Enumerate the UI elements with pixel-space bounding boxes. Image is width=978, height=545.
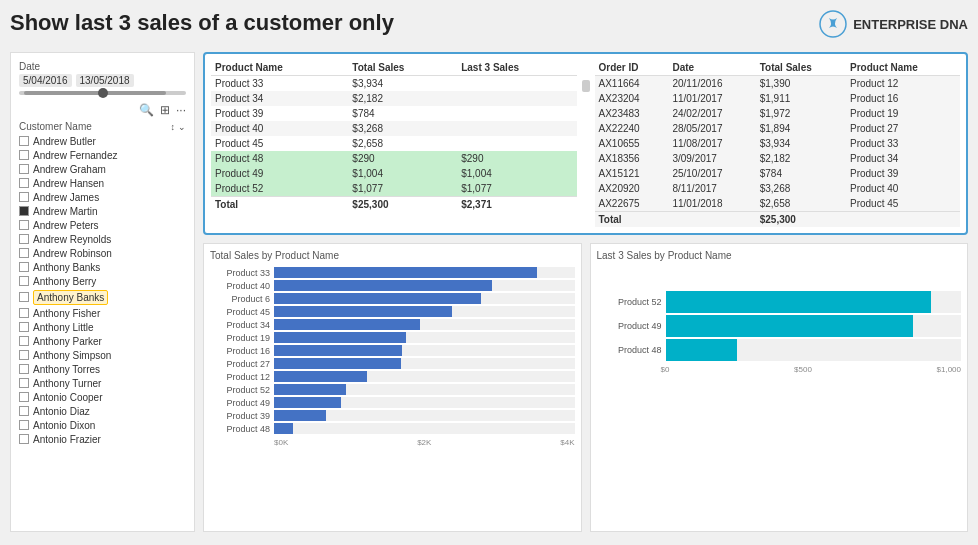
total-sales-cell: $2,182: [756, 151, 846, 166]
customer-checkbox[interactable]: [19, 276, 29, 286]
bar-fill: [274, 358, 401, 369]
date-cell: 24/02/2017: [668, 106, 755, 121]
total-sales-cell: $2,182: [348, 91, 457, 106]
product-name-cell: Product 19: [846, 106, 960, 121]
customer-item[interactable]: Antonio Cooper: [19, 390, 186, 404]
page-title: Show last 3 sales of a customer only: [10, 10, 394, 36]
customer-name: Anthony Fisher: [33, 308, 100, 319]
product-sales-table: Product Name Total Sales Last 3 Sales Pr…: [211, 60, 577, 212]
table-row: Product 48 $290 $290: [211, 151, 577, 166]
customer-sort-icon[interactable]: ↕: [171, 122, 176, 132]
customer-checkbox[interactable]: [19, 206, 29, 216]
table-scrollbar[interactable]: [581, 60, 591, 227]
bar-label: Product 19: [210, 333, 270, 343]
total-sales-cell: $3,934: [348, 76, 457, 92]
total-row: Total $25,300 $2,371: [211, 197, 577, 213]
customer-checkbox[interactable]: [19, 364, 29, 374]
customer-checkbox[interactable]: [19, 392, 29, 402]
order-id-cell: AX23483: [595, 106, 669, 121]
bar-container: [274, 319, 575, 330]
product-name-cell: Product 16: [846, 91, 960, 106]
customer-item[interactable]: Andrew Butler: [19, 134, 186, 148]
customer-item[interactable]: Anthony Torres: [19, 362, 186, 376]
table-row: AX15121 25/10/2017 $784 Product 39: [595, 166, 961, 181]
customer-item[interactable]: Andrew James: [19, 190, 186, 204]
customer-name: Antonio Dixon: [33, 420, 95, 431]
axis-2k: $2K: [417, 438, 431, 447]
customer-checkbox[interactable]: [19, 164, 29, 174]
customer-item[interactable]: Andrew Robinson: [19, 246, 186, 260]
customer-checkbox[interactable]: [19, 292, 29, 302]
customer-item[interactable]: Andrew Martin: [19, 204, 186, 218]
col-order-id: Order ID: [595, 60, 669, 76]
bar-label: Product 40: [210, 281, 270, 291]
table-row: AX10655 11/08/2017 $3,934 Product 33: [595, 136, 961, 151]
last3-sales-cell: $1,004: [457, 166, 576, 181]
customer-item[interactable]: Anthony Banks: [19, 260, 186, 274]
customer-item[interactable]: Andrew Reynolds: [19, 232, 186, 246]
customer-checkbox[interactable]: [19, 220, 29, 230]
customer-item[interactable]: Antonio Diaz: [19, 404, 186, 418]
total-label: Total: [211, 197, 348, 213]
last3-sales-cell: [457, 136, 576, 151]
customer-item[interactable]: Antonio Dixon: [19, 418, 186, 432]
bar-label: Product 39: [210, 411, 270, 421]
table-row: AX23204 11/01/2017 $1,911 Product 16: [595, 91, 961, 106]
more-icon[interactable]: ···: [176, 103, 186, 117]
customer-checkbox[interactable]: [19, 192, 29, 202]
total-value: $25,300: [348, 197, 457, 213]
bar-container: [274, 384, 575, 395]
search-icon[interactable]: 🔍: [139, 103, 154, 117]
col-product-name-2: Product Name: [846, 60, 960, 76]
customer-item[interactable]: Anthony Berry: [19, 274, 186, 288]
customer-item[interactable]: Anthony Parker: [19, 334, 186, 348]
customer-checkbox[interactable]: [19, 420, 29, 430]
product-name-cell: Product 27: [846, 121, 960, 136]
bar-fill: [274, 371, 367, 382]
bar-container: [274, 371, 575, 382]
date-end: 13/05/2018: [76, 74, 134, 87]
customer-item[interactable]: Anthony Simpson: [19, 348, 186, 362]
date-start: 5/04/2016: [19, 74, 72, 87]
customer-checkbox[interactable]: [19, 378, 29, 388]
product-name-cell: Product 39: [211, 106, 348, 121]
customer-checkbox[interactable]: [19, 150, 29, 160]
customer-item[interactable]: Anthony Little: [19, 320, 186, 334]
customer-item[interactable]: Andrew Hansen: [19, 176, 186, 190]
customer-checkbox[interactable]: [19, 308, 29, 318]
customer-checkbox[interactable]: [19, 406, 29, 416]
product-name-cell: Product 34: [211, 91, 348, 106]
customer-item[interactable]: Andrew Fernandez: [19, 148, 186, 162]
date-range: 5/04/2016 13/05/2018: [19, 74, 186, 87]
customer-item[interactable]: Andrew Graham: [19, 162, 186, 176]
date-slider[interactable]: [19, 91, 186, 95]
date-cell: 25/10/2017: [668, 166, 755, 181]
customer-item[interactable]: Antonio Frazier: [19, 432, 186, 446]
slider-thumb[interactable]: [98, 88, 108, 98]
customer-checkbox[interactable]: [19, 248, 29, 258]
customer-label-icons: ↕ ⌄: [171, 122, 187, 132]
customer-item[interactable]: Anthony Turner: [19, 376, 186, 390]
bar-row: Product 33: [210, 267, 575, 278]
customer-checkbox[interactable]: [19, 336, 29, 346]
customer-checkbox[interactable]: [19, 178, 29, 188]
customer-checkbox[interactable]: [19, 350, 29, 360]
customer-item[interactable]: Anthony Banks: [19, 288, 186, 306]
customer-checkbox[interactable]: [19, 262, 29, 272]
customer-name: Antonio Diaz: [33, 406, 90, 417]
customer-checkbox[interactable]: [19, 234, 29, 244]
bar-label: Product 45: [210, 307, 270, 317]
bar-row: Product 49: [597, 315, 962, 337]
customer-expand-icon[interactable]: ⌄: [178, 122, 186, 132]
bar-row: Product 48: [597, 339, 962, 361]
last3-sales-cell: [457, 91, 576, 106]
customer-name: Andrew Graham: [33, 164, 106, 175]
customer-name-label: Customer Name ↕ ⌄: [19, 121, 186, 132]
table-row: AX22240 28/05/2017 $1,894 Product 27: [595, 121, 961, 136]
customer-checkbox[interactable]: [19, 322, 29, 332]
filter-icon[interactable]: ⊞: [160, 103, 170, 117]
customer-item[interactable]: Andrew Peters: [19, 218, 186, 232]
customer-checkbox[interactable]: [19, 136, 29, 146]
customer-item[interactable]: Anthony Fisher: [19, 306, 186, 320]
customer-checkbox[interactable]: [19, 434, 29, 444]
